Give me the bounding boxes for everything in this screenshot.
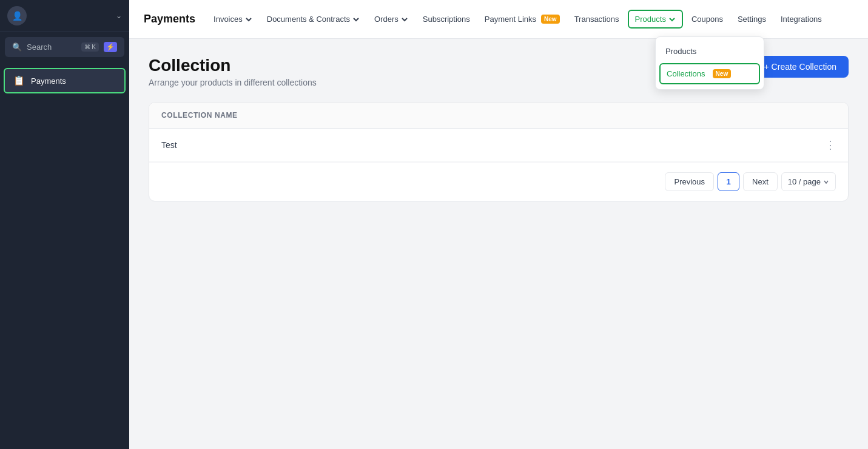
- chevron-down-icon: [352, 16, 360, 23]
- nav-products[interactable]: Products: [628, 10, 683, 29]
- products-dropdown: Products Collections New: [655, 36, 764, 90]
- collections-table: Collection Name Test ⋮ Previous 1 Next 1…: [149, 102, 849, 201]
- nav-invoices[interactable]: Invoices: [207, 11, 258, 27]
- nav-documents[interactable]: Documents & Contracts: [261, 11, 366, 27]
- column-collection-name: Collection Name: [161, 111, 238, 120]
- page-info: Collection Arrange your products in diff…: [149, 56, 317, 87]
- nav-settings[interactable]: Settings: [732, 11, 772, 27]
- new-badge: New: [541, 15, 560, 24]
- page-title: Collection: [149, 56, 317, 75]
- avatar: 👤: [7, 6, 27, 25]
- next-button[interactable]: Next: [743, 172, 778, 191]
- app-brand: Payments: [144, 13, 195, 25]
- chevron-down-icon: [245, 16, 252, 23]
- search-icon: 🔍: [12, 42, 22, 52]
- chevron-down-icon: [823, 179, 829, 185]
- nav-subscriptions[interactable]: Subscriptions: [417, 11, 476, 27]
- sidebar: 👤 ⌄ 🔍 Search ⌘ K ⚡ 📋 Payments: [0, 0, 129, 449]
- payments-icon: 📋: [13, 75, 25, 86]
- search-bar[interactable]: 🔍 Search ⌘ K ⚡: [5, 37, 124, 57]
- nav-integrations[interactable]: Integrations: [775, 11, 828, 27]
- chevron-down-icon: [668, 16, 676, 23]
- dropdown-collections[interactable]: Collections New: [659, 63, 760, 84]
- table-header: Collection Name: [149, 103, 848, 129]
- dropdown-products[interactable]: Products: [656, 41, 764, 62]
- nav-transactions[interactable]: Transactions: [568, 11, 625, 27]
- table-row: Test ⋮: [149, 129, 848, 162]
- collections-new-badge: New: [713, 69, 732, 78]
- previous-button[interactable]: Previous: [665, 172, 714, 191]
- bolt-icon: ⚡: [104, 42, 117, 52]
- sidebar-item-label: Payments: [31, 76, 66, 86]
- row-actions-button[interactable]: ⋮: [825, 138, 836, 152]
- nav-coupons[interactable]: Coupons: [685, 11, 729, 27]
- create-collection-button[interactable]: + Create Collection: [752, 56, 849, 78]
- sidebar-nav: 📋 Payments: [0, 62, 129, 449]
- main-content: Payments Invoices Documents & Contracts …: [129, 0, 868, 449]
- page-subtitle: Arrange your products in different colle…: [149, 78, 317, 87]
- sidebar-user-area[interactable]: 👤 ⌄: [0, 0, 129, 32]
- page-content: Collection Arrange your products in diff…: [129, 39, 868, 449]
- chevron-down-icon: [401, 16, 408, 23]
- current-page[interactable]: 1: [718, 172, 739, 191]
- search-shortcut: ⌘ K: [81, 42, 99, 52]
- pagination: Previous 1 Next 10 / page: [149, 162, 848, 201]
- nav-orders[interactable]: Orders: [368, 11, 414, 27]
- search-label: Search: [27, 42, 76, 52]
- chevron-down-icon: ⌄: [116, 12, 122, 20]
- collection-name-cell: Test: [161, 140, 825, 150]
- per-page-selector[interactable]: 10 / page: [781, 172, 836, 191]
- nav-payment-links[interactable]: Payment Links New: [479, 11, 566, 27]
- sidebar-item-payments[interactable]: 📋 Payments: [4, 68, 126, 93]
- top-navigation: Payments Invoices Documents & Contracts …: [129, 0, 868, 39]
